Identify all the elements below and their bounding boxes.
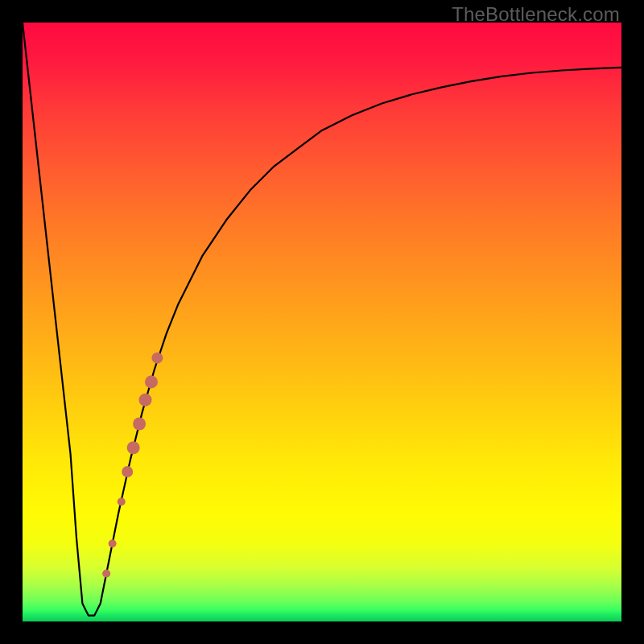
data-marker bbox=[122, 466, 133, 477]
plot-area bbox=[23, 23, 621, 621]
marker-group bbox=[102, 353, 163, 578]
data-marker bbox=[102, 569, 110, 577]
watermark-text: TheBottleneck.com bbox=[452, 3, 620, 26]
data-marker bbox=[133, 417, 146, 430]
data-marker bbox=[109, 539, 117, 547]
data-marker bbox=[118, 497, 126, 506]
data-marker bbox=[145, 375, 158, 388]
bottleneck-curve bbox=[23, 23, 621, 616]
data-marker bbox=[139, 394, 152, 407]
data-marker bbox=[127, 441, 140, 454]
curve-layer bbox=[23, 23, 621, 621]
chart-frame: TheBottleneck.com bbox=[0, 0, 644, 644]
data-marker bbox=[151, 353, 163, 364]
